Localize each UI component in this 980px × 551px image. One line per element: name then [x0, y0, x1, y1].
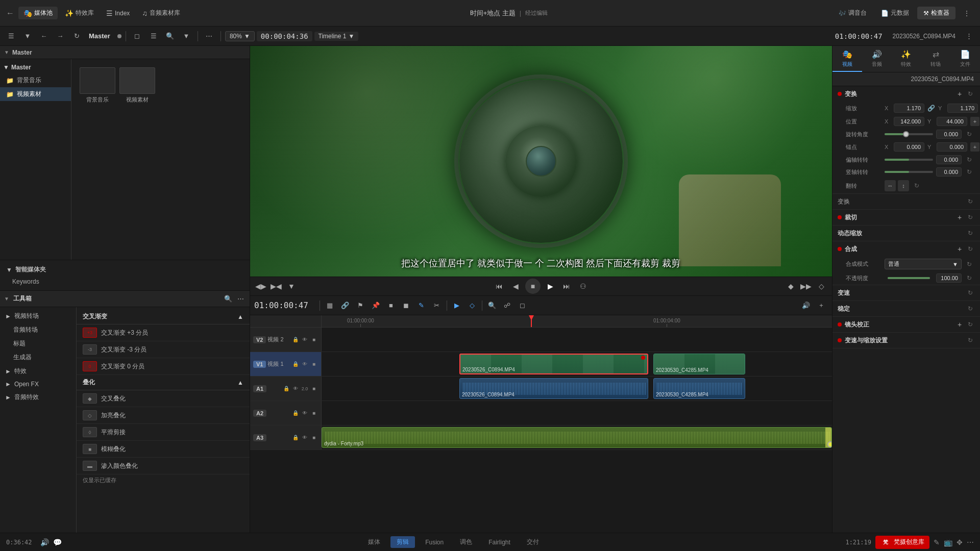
tool-crossfade-minus3[interactable]: -3 交叉渐变 -3 分员 — [77, 341, 250, 358]
fit-timeline[interactable]: ◻ — [516, 299, 529, 312]
insp-tab-audio[interactable]: 🔊 音频 — [862, 46, 892, 72]
tree-audio-transition[interactable]: 音频转场 — [0, 323, 76, 337]
media-thumb-video[interactable]: 视频素材 — [119, 67, 155, 104]
media-pool-toggle[interactable]: ▼ — [4, 49, 9, 55]
speed-reset[interactable]: ↻ — [966, 288, 975, 297]
tool-cross-dissolve[interactable]: ◆ 交叉叠化 — [77, 390, 250, 407]
a3-content[interactable]: dydia - Forty.mp3 — [322, 425, 832, 449]
pitch-slider[interactable] — [885, 159, 933, 161]
in-out-toggle[interactable]: ◀▶ — [254, 280, 267, 293]
tree-openfx[interactable]: ► Open FX — [0, 378, 76, 390]
monitor-icon[interactable]: 📺 — [944, 538, 952, 546]
tool-smooth-cut[interactable]: ◊ 平滑剪接 — [77, 424, 250, 441]
razor-button[interactable]: ✎ — [415, 299, 428, 312]
a1-clip-1[interactable]: 20230526_C0894.MP4 — [459, 378, 648, 399]
link-icon[interactable]: 🔗 — [927, 105, 935, 112]
tree-titles[interactable]: 标题 — [0, 337, 76, 350]
stop-button[interactable]: ■ — [525, 279, 541, 294]
anchor-plus[interactable]: + — [970, 142, 979, 152]
zoom-control[interactable]: 80% ▼ — [225, 31, 255, 41]
a2-lock[interactable]: 🔒 — [291, 409, 300, 417]
anchor-y-value[interactable]: 0.000 — [937, 142, 967, 152]
flag-button[interactable]: ⚑ — [354, 299, 367, 312]
link-toggle[interactable]: 🔗 — [338, 299, 352, 312]
list-view-button[interactable]: ☰ — [146, 29, 161, 43]
composite-mode-reset[interactable]: ↻ — [965, 260, 974, 269]
playhead[interactable] — [531, 315, 532, 327]
crop-add[interactable]: + — [955, 213, 964, 221]
step-back[interactable]: ◀ — [509, 280, 522, 293]
a1-snap[interactable]: ■ — [310, 385, 318, 393]
crop-header[interactable]: 裁切 + ↻ — [832, 210, 980, 225]
toolbox-toggle[interactable]: ▼ — [4, 296, 9, 302]
rotation-slider[interactable] — [885, 133, 933, 135]
section-crossfade-header[interactable]: 交叉渐变 ▲ — [77, 309, 250, 324]
insp-tab-file[interactable]: 📄 文件 — [950, 46, 980, 72]
composite-add[interactable]: + — [955, 245, 964, 253]
section-dissolve-header[interactable]: 叠化 ▲ — [77, 375, 250, 390]
anchor-x-value[interactable]: 0.000 — [894, 142, 924, 152]
a2-eye[interactable]: 👁 — [301, 409, 309, 417]
crop-reset[interactable]: ↻ — [966, 213, 975, 222]
volume-button[interactable]: 🔊 — [799, 299, 813, 312]
more-icon[interactable]: ⋯ — [967, 538, 974, 546]
bg-music-tree-item[interactable]: 📁 背景音乐 — [0, 73, 71, 87]
mixer-tab[interactable]: 🎶 调音台 — [832, 7, 873, 19]
v2-snap[interactable]: ■ — [310, 336, 318, 344]
timeline-selector[interactable]: Timeline 1 ▼ — [314, 32, 359, 41]
lens-header[interactable]: 镜头校正 + ↻ — [832, 317, 980, 332]
tl-more[interactable]: + — [815, 299, 828, 312]
flip-reset[interactable]: ↻ — [912, 181, 921, 190]
a1-eye[interactable]: 👁 — [291, 385, 300, 393]
zoom-out-timeline[interactable]: ☍ — [501, 299, 514, 312]
composite-header[interactable]: 合成 + ↻ — [832, 241, 980, 257]
transform-add[interactable]: + — [955, 90, 964, 98]
smart-reframe-reset[interactable]: ↻ — [966, 197, 975, 206]
a2-snap[interactable]: ■ — [310, 409, 318, 417]
v1-clip-2[interactable]: 20230530_C4285.MP4 — [653, 354, 745, 374]
go-to-start[interactable]: ⏮ — [493, 280, 506, 293]
search-button[interactable]: 🔍 — [163, 29, 177, 43]
a3-lock[interactable]: 🔒 — [291, 434, 300, 442]
v1-clip-1[interactable]: 20230526_C0894.MP4 — [459, 354, 648, 374]
speaker-icon[interactable]: 🔊 — [40, 538, 49, 546]
insp-tab-transition[interactable]: ⇄ 转场 — [921, 46, 950, 72]
transport-more[interactable]: ▶▶ — [799, 280, 813, 293]
pos-plus[interactable]: + — [970, 117, 979, 126]
grid-view-button[interactable]: ◻ — [130, 29, 144, 43]
tree-audio-effects[interactable]: ► 音频特效 — [0, 390, 76, 404]
mark-in[interactable]: ◆ — [784, 280, 797, 293]
v2-lock[interactable]: 🔒 — [291, 336, 300, 344]
a2-content[interactable] — [322, 401, 832, 425]
tool-crossfade-0[interactable]: 0 交叉渐变 0 分员 — [77, 358, 250, 375]
page-edit[interactable]: 剪辑 — [390, 536, 415, 548]
v2-content[interactable] — [322, 328, 832, 352]
page-fairlight[interactable]: Fairlight — [482, 537, 517, 547]
zoom-x-value[interactable]: 1.170 — [894, 104, 924, 113]
clip-mode-button[interactable]: ■ — [384, 299, 398, 312]
stabilize-reset[interactable]: ↻ — [966, 304, 975, 313]
tab-effects[interactable]: ✨ 特效库 — [60, 7, 99, 19]
rotation-reset[interactable]: ↻ — [965, 130, 974, 139]
zoom-in-timeline[interactable]: 🔍 — [485, 299, 499, 312]
tool-additive-dissolve[interactable]: ◇ 加亮叠化 — [77, 407, 250, 424]
more-options-button[interactable]: ⋮ — [958, 8, 976, 19]
rotation-value[interactable]: 0.000 — [936, 130, 962, 139]
smart-reframe-header[interactable]: 变换 ↻ — [832, 194, 980, 209]
metadata-tab[interactable]: 📄 元数据 — [875, 7, 915, 19]
dynamic-zoom-header[interactable]: 动态缩放 ↻ — [832, 226, 980, 241]
lens-reset[interactable]: ↻ — [966, 320, 975, 329]
mark-out[interactable]: ◇ — [815, 280, 828, 293]
insp-tab-effects[interactable]: ✨ 特效 — [892, 46, 921, 72]
composite-mode-select[interactable]: 普通 ▼ — [885, 259, 962, 269]
v1-eye[interactable]: 👁 — [301, 360, 309, 368]
tab-media-pool[interactable]: 🎭 媒体池 — [18, 7, 58, 19]
toolbox-more-button[interactable]: ⋯ — [235, 294, 246, 304]
toolbar-more[interactable]: ⋮ — [962, 29, 976, 43]
a3-snap[interactable]: ■ — [310, 434, 318, 442]
pos-y-value[interactable]: 44.000 — [937, 117, 967, 126]
a1-vol[interactable]: 2.0 — [301, 385, 309, 393]
inspector-tab[interactable]: ⚒ 检查器 — [917, 7, 955, 19]
tree-effects[interactable]: ► 特效 — [0, 364, 76, 378]
back-button[interactable]: ← — [4, 7, 16, 19]
